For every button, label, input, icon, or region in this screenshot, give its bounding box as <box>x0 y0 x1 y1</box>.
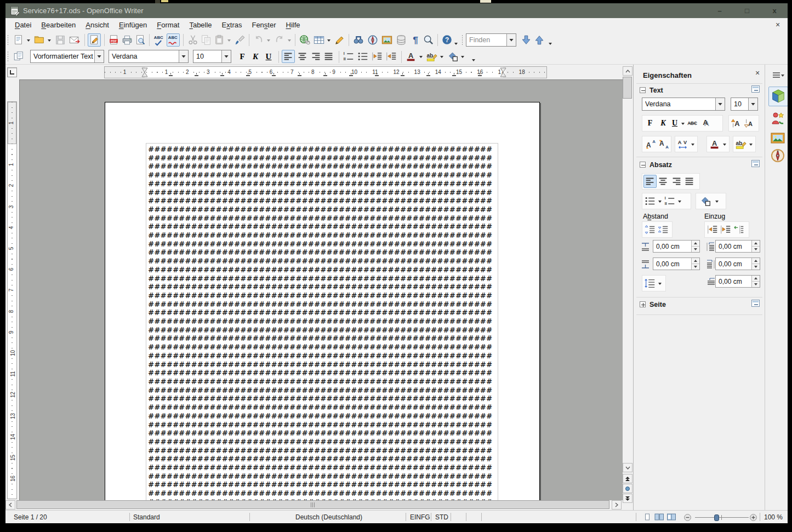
sidebar-tab-gallery[interactable] <box>770 130 787 147</box>
zoom-in-button[interactable] <box>750 514 757 523</box>
open-dropdown[interactable] <box>46 33 52 47</box>
margin-marker[interactable] <box>141 67 148 77</box>
spelling-button[interactable]: ABC <box>152 33 166 47</box>
hanging-indent-button[interactable] <box>732 223 745 236</box>
line-spacing-dropdown[interactable] <box>657 277 663 290</box>
first-line-indent-field[interactable]: 0,00 cm <box>715 275 760 288</box>
decrease-indent-button[interactable] <box>371 50 384 63</box>
draw-functions-button[interactable] <box>333 33 346 47</box>
menu-extras[interactable]: Extras <box>217 18 247 31</box>
sidebar-font-name-select[interactable]: Verdana <box>642 98 725 111</box>
next-page-button[interactable] <box>623 494 633 503</box>
formatbar-overflow[interactable] <box>470 53 476 66</box>
status-selection-mode[interactable]: STD <box>435 513 448 521</box>
spacing-below-field[interactable]: 0,00 cm <box>653 258 700 270</box>
email-button[interactable] <box>68 33 81 47</box>
close-button[interactable]: x <box>766 7 783 15</box>
spacing-below-spinner[interactable] <box>691 258 699 270</box>
scroll-left-button[interactable] <box>5 500 15 510</box>
sidebar-align-justify-button[interactable] <box>683 175 696 188</box>
character-spacing-dropdown[interactable] <box>690 138 696 151</box>
sidebar-align-left-button[interactable] <box>643 175 657 188</box>
undo-dropdown[interactable] <box>265 33 271 47</box>
shadow-button[interactable]: AA <box>699 117 713 130</box>
status-zoom-level[interactable]: 100 % <box>764 513 783 521</box>
paste-dropdown[interactable] <box>226 33 232 47</box>
decrease-spacing-button[interactable] <box>657 223 670 236</box>
vertical-scroll-thumb[interactable] <box>623 77 632 99</box>
background-color-dropdown[interactable] <box>459 50 465 63</box>
find-input[interactable]: Finden <box>466 33 516 47</box>
sidebar-font-name-dropdown[interactable] <box>715 98 725 110</box>
toolbar-grip[interactable] <box>7 51 9 62</box>
previous-page-button[interactable] <box>623 474 633 483</box>
background-color-button[interactable] <box>446 50 459 63</box>
help-button[interactable]: ? <box>441 33 454 47</box>
status-language[interactable]: Deutsch (Deutschland) <box>290 513 367 521</box>
horizontal-ruler[interactable]: 1123456789101112131415161718 <box>104 66 547 78</box>
view-single-page-button[interactable] <box>643 513 651 523</box>
view-multi-page-button[interactable] <box>654 513 664 523</box>
sidebar-menu-button[interactable] <box>772 71 785 80</box>
new-document-button[interactable] <box>12 33 25 47</box>
find-dropdown[interactable] <box>506 34 516 46</box>
sidebar-underline-button[interactable]: U <box>670 117 680 130</box>
styles-window-button[interactable] <box>12 50 25 63</box>
font-size-select[interactable]: 10 <box>193 50 231 63</box>
menu-hilfe[interactable]: Hilfe <box>281 18 305 31</box>
vertical-scrollbar[interactable] <box>623 66 633 504</box>
find-previous-button[interactable] <box>533 33 546 47</box>
scroll-up-button[interactable] <box>623 66 633 76</box>
underline-button[interactable]: U <box>262 50 275 63</box>
indent-after-spinner[interactable] <box>751 258 760 270</box>
cut-button[interactable] <box>186 33 200 47</box>
gallery-button[interactable] <box>380 33 394 47</box>
page-preview-button[interactable] <box>134 33 147 47</box>
paragraph-style-select[interactable]: Vorformatierter Text <box>30 50 104 63</box>
sidebar-align-right-button[interactable] <box>670 175 683 188</box>
sidebar-increase-indent-button[interactable] <box>706 223 719 236</box>
sidebar-bullet-list-dropdown[interactable] <box>657 195 663 208</box>
text-section-collapse[interactable] <box>640 87 646 93</box>
numbered-list-button[interactable]: III <box>342 50 355 63</box>
hyperlink-button[interactable] <box>298 33 311 47</box>
indent-before-spinner[interactable] <box>751 241 760 252</box>
increase-font-button[interactable]: A <box>730 117 743 130</box>
margin-marker[interactable] <box>500 67 506 77</box>
font-color-dropdown[interactable] <box>418 50 424 63</box>
increase-spacing-button[interactable] <box>643 223 657 236</box>
sidebar-font-color-dropdown[interactable] <box>721 138 728 151</box>
bullet-list-button[interactable] <box>356 50 369 63</box>
text-frame[interactable]: ########################################… <box>146 143 498 500</box>
indent-after-field[interactable]: 0,00 cm <box>715 258 760 270</box>
paragraph-section-collapse[interactable] <box>640 162 646 168</box>
sidebar-font-size-select[interactable]: 10 <box>731 98 758 111</box>
navigation-button[interactable] <box>623 484 633 493</box>
view-book-button[interactable] <box>666 513 676 523</box>
paragraph-background-button[interactable] <box>697 195 714 208</box>
align-justify-button[interactable] <box>322 50 335 63</box>
sidebar-highlighting-dropdown[interactable] <box>748 138 754 151</box>
sidebar-bold-button[interactable]: F <box>643 117 657 130</box>
page-section-options-icon[interactable] <box>751 300 760 307</box>
paragraph-style-dropdown[interactable] <box>94 50 104 62</box>
document-canvas[interactable]: ########################################… <box>19 79 623 500</box>
maximize-button[interactable]: □ <box>739 7 755 15</box>
menu-datei[interactable]: Datei <box>10 18 36 31</box>
indent-before-field[interactable]: 0,00 cm <box>715 240 760 253</box>
clone-formatting-button[interactable] <box>233 33 247 47</box>
menu-bearbeiten[interactable]: Bearbeiten <box>36 18 81 31</box>
menu-tabelle[interactable]: Tabelle <box>184 18 216 31</box>
sidebar-font-size-dropdown[interactable] <box>748 98 757 110</box>
page-section-collapse[interactable] <box>640 301 646 307</box>
highlighting-dropdown[interactable] <box>438 50 445 63</box>
undo-button[interactable] <box>252 33 265 47</box>
align-center-button[interactable] <box>296 50 309 63</box>
line-spacing-button[interactable] <box>643 277 657 290</box>
redo-button[interactable] <box>273 33 286 47</box>
sidebar-italic-button[interactable]: K <box>657 117 670 130</box>
save-button[interactable] <box>54 33 67 47</box>
table-dropdown[interactable] <box>326 33 332 47</box>
highlighting-button[interactable]: ab <box>425 50 438 63</box>
redo-dropdown[interactable] <box>286 33 292 47</box>
